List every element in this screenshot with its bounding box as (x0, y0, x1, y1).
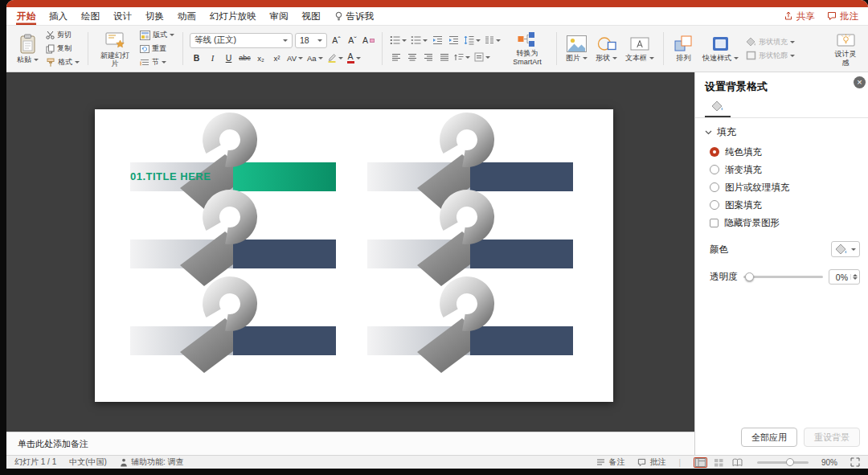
fill-option[interactable]: 图片或纹理填充 (695, 178, 868, 196)
transparency-slider[interactable] (743, 276, 824, 278)
notes-pane[interactable]: 单击此处添加备注 (6, 432, 694, 455)
fill-option[interactable]: 隐藏背景图形 (695, 214, 868, 231)
shape-outline-button[interactable]: 形状轮廓 (744, 50, 796, 62)
radio-icon[interactable] (710, 147, 719, 157)
align-left-button[interactable] (389, 51, 403, 64)
fill-section-header[interactable]: 填充 (695, 118, 868, 143)
slide[interactable]: 01.TITLE HERE (95, 109, 613, 402)
outdent-button[interactable] (431, 34, 444, 47)
fill-option[interactable]: 图案填充 (695, 196, 868, 214)
bullets-button[interactable] (389, 34, 407, 47)
stepper-up-icon[interactable] (853, 274, 858, 276)
columns-button[interactable] (484, 34, 502, 47)
tab-告诉我[interactable]: 告诉我 (334, 7, 375, 25)
stepper-down-icon[interactable] (853, 277, 858, 280)
tab-视图[interactable]: 视图 (301, 7, 321, 25)
line-spacing-button[interactable] (463, 34, 481, 47)
language-indicator[interactable]: 中文(中国) (69, 457, 107, 468)
share-button[interactable]: 共享 (784, 7, 815, 25)
cut-button[interactable]: 剪切 (44, 29, 81, 41)
italic-button[interactable]: I (206, 51, 219, 65)
fill-option[interactable]: 纯色填充 (695, 143, 868, 161)
highlight-button[interactable] (326, 51, 344, 65)
shrink-font-button[interactable]: Aˇ (346, 34, 359, 47)
align-right-button[interactable] (421, 51, 435, 64)
status-bar: 幻灯片 1 / 1 中文(中国) 辅助功能: 调查 备注 批注 | 90% (6, 455, 868, 469)
radio-icon[interactable] (710, 182, 719, 192)
clear-format-button[interactable]: A (362, 34, 375, 47)
zoom-slider[interactable] (757, 461, 809, 464)
tab-动画[interactable]: 动画 (177, 7, 197, 25)
slide-counter: 幻灯片 1 / 1 (14, 457, 56, 468)
radio-icon[interactable] (710, 200, 719, 210)
shapes-button[interactable]: 形状 (593, 35, 620, 63)
reading-view-button[interactable] (731, 457, 744, 468)
zoom-level[interactable]: 90% (821, 458, 837, 467)
section-icon (140, 58, 149, 68)
copy-button[interactable]: 复制 (44, 43, 81, 55)
strikethrough-button[interactable]: abc (238, 51, 252, 65)
fullscreen-icon[interactable] (850, 457, 860, 467)
design-ideas-button[interactable]: 设计灵感 (831, 30, 860, 68)
tab-开始[interactable]: 开始 (16, 7, 36, 25)
align-center-button[interactable] (405, 51, 419, 64)
fill-option[interactable]: 渐变填充 (695, 161, 868, 178)
new-slide-button[interactable]: 新建幻灯片 (95, 29, 135, 69)
tab-绘图[interactable]: 绘图 (80, 7, 100, 25)
tab-幻灯片放映[interactable]: 幻灯片放映 (209, 7, 257, 25)
fill-tab[interactable] (705, 98, 731, 117)
accessibility-status[interactable]: 辅助功能: 调查 (120, 457, 184, 468)
subscript-button[interactable]: x₂ (254, 51, 268, 65)
convert-smartart-button[interactable]: 转换为SmartArt (505, 31, 550, 67)
banner-item[interactable] (366, 270, 575, 376)
bold-button[interactable]: B (190, 51, 203, 65)
slider-knob[interactable] (745, 272, 754, 281)
color-picker-button[interactable] (831, 241, 860, 257)
tab-插入[interactable]: 插入 (48, 7, 68, 25)
font-name-combo[interactable]: 等线 (正文) (190, 33, 293, 48)
indent-button[interactable] (447, 34, 461, 47)
text-direction-button[interactable] (453, 51, 471, 64)
grow-font-button[interactable]: Aˆ (330, 34, 343, 47)
align-text-button[interactable] (473, 51, 491, 64)
comments-toggle[interactable]: 批注 (637, 457, 665, 468)
tab-审阅[interactable]: 审阅 (269, 7, 289, 25)
format-painter-button[interactable]: 格式 (44, 56, 81, 68)
transparency-spinner[interactable]: 0% (829, 269, 860, 285)
titlebar (6, 0, 868, 7)
textbox-label: 文本框 (625, 54, 647, 62)
zoom-knob[interactable] (786, 458, 794, 466)
change-case-button[interactable]: Aa (306, 51, 324, 65)
picture-button[interactable]: 图片 (563, 35, 590, 63)
tab-切换[interactable]: 切换 (145, 7, 165, 25)
shape-fill-button[interactable]: 形状填充 (744, 36, 796, 48)
spinner-steppers[interactable] (850, 274, 858, 280)
radio-icon[interactable] (710, 165, 719, 174)
comments-button[interactable]: 批注 (827, 7, 858, 25)
notes-toggle[interactable]: 备注 (596, 457, 624, 468)
quick-styles-button[interactable]: 快速样式 (700, 35, 741, 63)
banner-item[interactable] (129, 270, 338, 376)
superscript-button[interactable]: x² (270, 51, 284, 65)
slide-sorter-view-button[interactable] (712, 457, 726, 468)
font-color-button[interactable]: A (346, 51, 362, 65)
reset-button[interactable]: 重置 (138, 43, 176, 55)
checkbox-icon[interactable] (710, 219, 719, 227)
apply-all-button[interactable]: 全部应用 (741, 428, 797, 447)
panel-close-button[interactable]: × (854, 76, 866, 88)
normal-view-button[interactable] (694, 457, 707, 468)
numbering-button[interactable] (410, 34, 428, 47)
chevron-down-icon (298, 57, 303, 59)
arrange-button[interactable]: 排列 (670, 35, 697, 63)
layout-button[interactable]: 版式 (138, 29, 176, 41)
underline-button[interactable]: U (222, 51, 235, 65)
textbox-button[interactable]: 文本框 (623, 35, 657, 63)
chevron-down-icon (423, 39, 428, 42)
character-spacing-button[interactable]: AV (286, 51, 304, 65)
font-size-combo[interactable]: 18 (295, 33, 327, 48)
tab-设计[interactable]: 设计 (113, 7, 133, 25)
justify-button[interactable] (437, 51, 451, 64)
reset-background-button[interactable]: 重设背景 (804, 428, 860, 447)
section-button[interactable]: 节 (138, 56, 176, 68)
paste-button[interactable]: 粘贴 (14, 33, 41, 64)
